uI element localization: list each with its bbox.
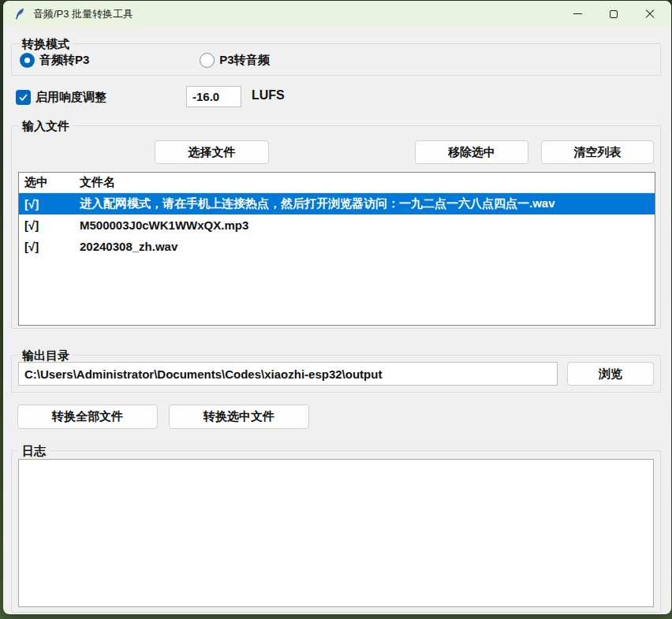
loudness-checkbox-label[interactable]: 启用响度调整 (35, 90, 106, 105)
loudness-row: 启用响度调整 -16.0 LUFS (16, 86, 660, 108)
app-window: 音频/P3 批量转换工具 转换模式 音频转P3 P3转音频 (3, 1, 671, 614)
browse-button[interactable]: 浏览 (567, 362, 654, 386)
mode-groupbox: 转换模式 音频转P3 P3转音频 (11, 43, 661, 76)
table-row[interactable]: [√] 20240308_zh.wav (19, 236, 655, 257)
close-button[interactable] (632, 1, 668, 27)
remove-selected-button[interactable]: 移除选中 (415, 140, 528, 164)
input-files-groupbox: 输入文件 选择文件 移除选中 清空列表 选中 文件名 [√] 进入配网模式，请在… (11, 125, 661, 329)
header-filename[interactable]: 文件名 (80, 175, 655, 190)
row-filename: M500003J0cWK1WWxQX.mp3 (80, 218, 655, 232)
log-groupbox: 日志 (11, 450, 661, 613)
file-table: 选中 文件名 [√] 进入配网模式，请在手机上连接热点，然后打开浏览器访问：一九… (18, 172, 655, 326)
log-group-label: 日志 (18, 443, 50, 458)
clear-list-button[interactable]: 清空列表 (541, 140, 654, 164)
input-files-group-label: 输入文件 (18, 118, 73, 133)
file-table-header: 选中 文件名 (19, 173, 655, 193)
output-dir-group-label: 输出目录 (18, 348, 73, 363)
radio-audio-to-p3-label[interactable]: 音频转P3 (39, 53, 89, 68)
python-feather-icon (13, 8, 26, 21)
lufs-input[interactable]: -16.0 (186, 86, 241, 107)
choose-files-button[interactable]: 选择文件 (155, 140, 269, 164)
caption-buttons (559, 1, 668, 27)
table-row[interactable]: [√] 进入配网模式，请在手机上连接热点，然后打开浏览器访问：一九二点一六八点四… (19, 193, 655, 214)
row-checkbox[interactable]: [√] (19, 240, 80, 253)
mode-group-label: 转换模式 (18, 36, 73, 51)
table-row[interactable]: [√] M500003J0cWK1WWxQX.mp3 (19, 214, 655, 236)
output-path-input[interactable]: C:\Users\Administrator\Documents\Codes\x… (18, 362, 558, 386)
maximize-icon (610, 10, 618, 18)
radio-p3-to-audio-label[interactable]: P3转音频 (219, 53, 269, 68)
mode-radio-row: 音频转P3 P3转音频 (20, 53, 270, 68)
row-checkbox[interactable]: [√] (19, 197, 80, 211)
maximize-button[interactable] (595, 1, 632, 27)
check-icon (18, 92, 28, 103)
lufs-unit-label: LUFS (252, 88, 285, 103)
window-title: 音频/P3 批量转换工具 (33, 7, 133, 21)
title-bar: 音频/P3 批量转换工具 (3, 1, 671, 27)
minimize-icon (573, 13, 582, 14)
header-checked[interactable]: 选中 (19, 175, 80, 190)
loudness-checkbox[interactable] (16, 90, 31, 105)
row-filename: 20240308_zh.wav (80, 240, 655, 253)
convert-selected-button[interactable]: 转换选中文件 (169, 405, 309, 429)
row-checkbox[interactable]: [√] (19, 218, 80, 232)
close-icon (645, 9, 655, 19)
radio-audio-to-p3[interactable] (20, 53, 35, 68)
row-filename: 进入配网模式，请在手机上连接热点，然后打开浏览器访问：一九二点一六八点四点一.w… (80, 196, 655, 211)
minimize-button[interactable] (559, 1, 595, 27)
log-textarea[interactable] (18, 459, 654, 607)
output-dir-groupbox: 输出目录 C:\Users\Administrator\Documents\Co… (11, 355, 661, 393)
radio-p3-to-audio[interactable] (200, 53, 215, 68)
convert-all-button[interactable]: 转换全部文件 (17, 405, 158, 429)
